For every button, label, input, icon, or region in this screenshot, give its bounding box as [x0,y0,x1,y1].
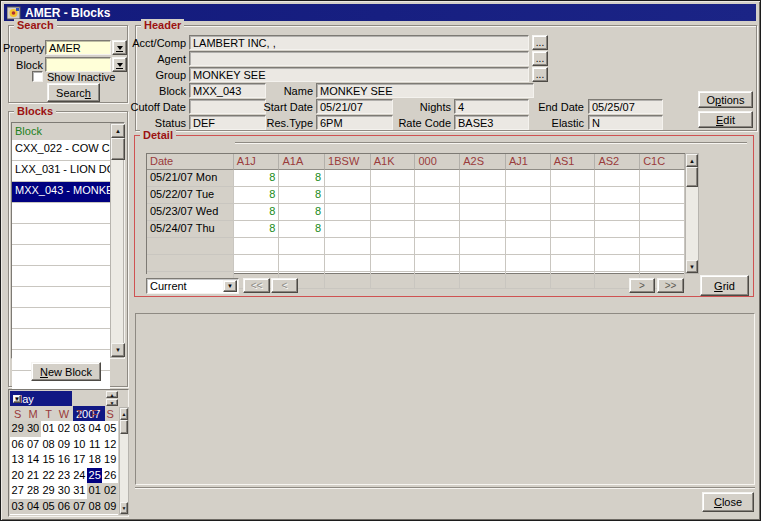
close-button[interactable]: Close [702,492,754,512]
scroll-up-icon[interactable]: ▲ [686,154,698,167]
calendar-day[interactable]: 12 [102,437,117,453]
calendar-day[interactable]: 17 [72,452,87,468]
block-list-item[interactable] [12,308,110,329]
detail-cell[interactable] [551,170,596,187]
property-input[interactable]: AMER [45,40,111,55]
detail-cell[interactable] [460,272,506,289]
detail-cell[interactable] [234,238,280,255]
scrollbar-thumb[interactable] [111,138,125,160]
block-list-item[interactable]: LXX_031 - LION DO [12,161,110,182]
detail-cell[interactable] [506,187,551,204]
grid-button[interactable]: Grid [700,275,749,296]
calendar-day[interactable]: 03 [10,499,25,515]
agent-field[interactable] [189,51,529,66]
calendar-day[interactable]: 06 [56,499,71,515]
detail-cell[interactable] [640,238,685,255]
calendar-day[interactable]: 23 [56,468,71,484]
detail-cell[interactable] [460,238,506,255]
detail-cell[interactable] [506,238,551,255]
calendar-day[interactable]: 27 [10,483,25,499]
calendar-day[interactable]: 25 [87,468,102,484]
detail-cell[interactable]: 8 [279,204,325,221]
acct-comp-field[interactable]: LAMBERT INC, , [189,35,529,50]
rate-code-field[interactable]: BASE3 [454,115,529,130]
calendar-day[interactable]: 11 [87,437,102,453]
detail-cell[interactable] [640,187,685,204]
detail-cell[interactable] [551,272,596,289]
scrollbar-thumb[interactable] [120,420,128,434]
calendar-day[interactable]: 04 [25,499,40,515]
block-search-input[interactable] [45,57,111,72]
detail-cell[interactable]: 8 [234,204,280,221]
spinner-up-icon[interactable]: ▲ [106,391,118,398]
block-list-item[interactable] [12,203,110,224]
calendar-day[interactable]: 08 [41,437,56,453]
detail-cell[interactable] [640,221,685,238]
detail-cell[interactable] [595,204,640,221]
calendar-day[interactable]: 03 [72,421,87,437]
res-type-field[interactable]: 6PM [316,115,393,130]
detail-cell[interactable] [371,238,416,255]
calendar-scrollbar[interactable]: ▲ ▼ [119,407,129,515]
detail-cell[interactable]: 8 [234,170,280,187]
scroll-down-icon[interactable]: ▼ [120,502,128,514]
detail-cell[interactable]: 8 [279,187,325,204]
detail-cell[interactable]: 8 [279,170,325,187]
calendar-day[interactable]: 06 [10,437,25,453]
calendar-day[interactable]: 22 [41,468,56,484]
detail-cell[interactable] [640,255,685,272]
detail-cell[interactable] [460,255,506,272]
detail-cell[interactable] [415,272,460,289]
calendar-day[interactable]: 13 [10,452,25,468]
name-field[interactable]: MONKEY SEE [316,83,534,98]
calendar-day[interactable]: 02 [102,483,117,499]
detail-cell[interactable] [279,238,325,255]
nights-field[interactable]: 4 [454,99,529,114]
calendar-day[interactable]: 29 [10,421,25,437]
calendar-day[interactable]: 08 [87,499,102,515]
scrollbar-thumb[interactable] [686,167,698,187]
block-list-item[interactable] [12,329,110,350]
page-first-button[interactable]: << [243,278,270,293]
detail-cell[interactable] [325,272,371,289]
calendar-day[interactable]: 10 [72,437,87,453]
detail-cell[interactable] [595,170,640,187]
detail-cell[interactable] [506,272,551,289]
detail-cell[interactable] [506,170,551,187]
scroll-down-icon[interactable]: ▼ [111,343,125,357]
calendar-day[interactable]: 01 [41,421,56,437]
detail-cell[interactable] [415,221,460,238]
search-button[interactable]: Search [47,83,100,102]
detail-cell[interactable] [640,204,685,221]
detail-cell[interactable] [551,238,596,255]
scroll-up-icon[interactable]: ▲ [120,408,128,420]
detail-cell[interactable] [371,221,416,238]
detail-cell[interactable] [325,187,371,204]
calendar-day[interactable]: 19 [102,452,117,468]
block-list-item[interactable]: MXX_043 - MONKEY SEE [12,182,110,203]
detail-cell[interactable] [415,170,460,187]
elastic-field[interactable]: N [588,115,663,130]
new-block-button[interactable]: New Block [31,362,101,381]
calendar-day[interactable]: 28 [25,483,40,499]
page-last-button[interactable]: >> [657,278,684,293]
scroll-up-icon[interactable]: ▲ [111,124,125,138]
detail-cell[interactable] [506,204,551,221]
calendar-day[interactable]: 20 [10,468,25,484]
calendar-day[interactable]: 05 [41,499,56,515]
calendar-day[interactable]: 15 [41,452,56,468]
detail-cell[interactable] [506,255,551,272]
detail-cell[interactable] [460,221,506,238]
detail-cell[interactable] [595,255,640,272]
detail-cell[interactable]: 8 [234,187,280,204]
show-inactive-checkbox[interactable] [32,71,43,82]
start-date-field[interactable]: 05/21/07 [316,99,393,114]
block-list-item[interactable] [12,287,110,308]
group-field[interactable]: MONKEY SEE [189,67,529,82]
detail-cell[interactable] [460,204,506,221]
end-date-field[interactable]: 05/25/07 [588,99,663,114]
calendar-day[interactable]: 26 [102,468,117,484]
detail-cell[interactable] [371,187,416,204]
calendar-day[interactable]: 07 [72,499,87,515]
calendar-day[interactable]: 30 [25,421,40,437]
